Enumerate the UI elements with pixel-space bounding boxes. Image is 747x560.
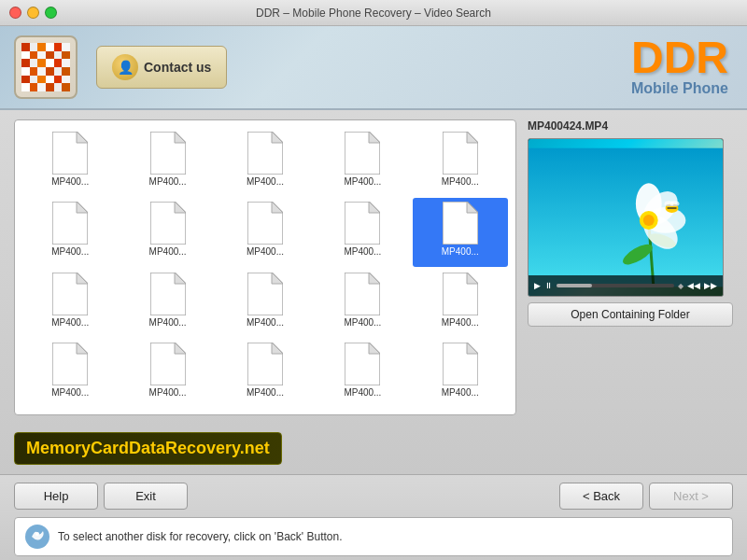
file-label: MP400... (42, 387, 98, 398)
file-item[interactable]: MP400... (315, 198, 410, 266)
file-item[interactable]: MP400... (120, 269, 215, 337)
file-icon (247, 202, 283, 245)
file-item[interactable]: MP400... (218, 269, 313, 337)
file-label: MP400... (140, 176, 196, 187)
svg-point-54 (670, 201, 680, 206)
svg-marker-37 (369, 343, 380, 354)
file-item[interactable]: MP400... (120, 198, 215, 266)
svg-marker-3 (175, 132, 186, 143)
file-item[interactable]: MP400... (315, 269, 410, 337)
exit-button[interactable]: Exit (104, 483, 188, 510)
file-item[interactable]: MP400... (315, 128, 410, 196)
diamond-icon: ◆ (678, 282, 684, 290)
status-bar: To select another disk for recovery, cli… (14, 517, 733, 556)
maximize-button[interactable] (45, 7, 57, 19)
file-icon (345, 132, 380, 175)
file-label: MP400... (432, 317, 488, 328)
file-item[interactable]: MP400... (413, 339, 508, 407)
volume-button[interactable]: ◀◀ (687, 281, 700, 290)
file-label: MP400... (432, 246, 488, 257)
svg-marker-27 (369, 273, 380, 284)
file-item[interactable]: MP400... (315, 339, 410, 407)
video-thumbnail (529, 139, 723, 296)
svg-rect-40 (529, 148, 723, 287)
svg-marker-11 (77, 202, 88, 213)
back-button[interactable]: < Back (559, 483, 643, 510)
file-label: MP400... (334, 317, 390, 328)
file-icon (52, 343, 88, 385)
help-button[interactable]: Help (14, 483, 98, 510)
brand-banner-text: MemoryCardDataRecovery.net (26, 439, 270, 457)
file-icon (150, 273, 186, 315)
window-controls (9, 7, 57, 19)
file-item[interactable]: MP400... (413, 269, 508, 337)
minimize-button[interactable] (27, 7, 39, 19)
file-label: MP400... (334, 387, 390, 398)
file-label: MP400... (140, 317, 196, 328)
file-item[interactable]: MP400... (120, 128, 215, 196)
file-icon (443, 343, 478, 385)
svg-marker-21 (77, 273, 88, 284)
content-area: MP400... MP400... MP400... MP400... MP40… (14, 119, 733, 415)
file-panel[interactable]: MP400... MP400... MP400... MP400... MP40… (14, 119, 516, 415)
file-icon (345, 343, 380, 385)
nav-buttons: Help Exit < Back Next > (14, 483, 733, 510)
file-item[interactable]: MP400... (120, 339, 215, 407)
preview-panel: MP400424.MP4 (528, 119, 733, 415)
file-icon (247, 273, 283, 315)
file-item[interactable]: MP400... (218, 198, 313, 266)
file-item[interactable]: MP400... (22, 339, 118, 407)
progress-bar[interactable] (557, 284, 674, 287)
file-item[interactable]: MP400... (218, 339, 313, 407)
file-item[interactable]: MP400... (22, 128, 118, 196)
file-icon (443, 273, 478, 315)
file-icon (345, 202, 380, 245)
contact-icon: 👤 (112, 54, 138, 80)
svg-marker-35 (272, 343, 283, 354)
file-item[interactable]: MP400... (413, 128, 508, 196)
file-label: MP400... (140, 387, 196, 398)
file-item[interactable]: MP400... (218, 128, 313, 196)
status-message: To select another disk for recovery, cli… (58, 530, 343, 543)
brand-banner-area: MemoryCardDataRecovery.net (14, 425, 733, 465)
svg-marker-19 (467, 202, 478, 213)
svg-point-49 (643, 215, 655, 226)
nav-left: Help Exit (14, 483, 188, 510)
svg-point-56 (35, 532, 39, 536)
close-button[interactable] (9, 7, 21, 19)
status-icon (24, 524, 50, 550)
svg-marker-39 (467, 343, 478, 354)
svg-marker-5 (272, 132, 283, 143)
window-title: DDR – Mobile Phone Recovery – Video Sear… (256, 7, 491, 20)
file-item[interactable]: MP400... (22, 198, 118, 266)
open-folder-button[interactable]: Open Containing Folder (528, 302, 733, 327)
file-item[interactable]: MP400... (413, 198, 508, 266)
file-label: MP400... (140, 246, 196, 257)
svg-marker-31 (77, 343, 88, 354)
main-content: MP400... MP400... MP400... MP400... MP40… (0, 110, 747, 474)
app-logo (14, 35, 78, 99)
pause-button[interactable]: ⏸ (544, 281, 553, 290)
file-label: MP400... (334, 176, 390, 187)
bottom-bar: Help Exit < Back Next > To select anothe… (0, 474, 747, 560)
contact-us-button[interactable]: 👤 Contact us (96, 46, 227, 89)
play-button[interactable]: ▶ (534, 281, 541, 290)
svg-marker-33 (175, 343, 186, 354)
file-label: MP400... (42, 246, 98, 257)
file-item[interactable]: MP400... (22, 269, 118, 337)
contact-label: Contact us (144, 60, 211, 75)
file-icon (52, 132, 88, 175)
video-preview: ▶ ⏸ ◆ ◀◀ ▶▶ (528, 138, 724, 297)
file-label: MP400... (42, 317, 98, 328)
video-controls[interactable]: ▶ ⏸ ◆ ◀◀ ▶▶ (529, 275, 723, 296)
forward-button[interactable]: ▶▶ (704, 281, 717, 290)
file-icon (345, 273, 380, 315)
file-label: MP400... (334, 246, 390, 257)
preview-filename: MP400424.MP4 (528, 119, 733, 133)
brand-subtitle: Mobile Phone (631, 80, 728, 97)
file-icon (52, 202, 88, 245)
file-icon (150, 343, 186, 385)
file-icon (52, 273, 88, 315)
file-label: MP400... (432, 176, 488, 187)
next-button[interactable]: Next > (649, 483, 733, 510)
